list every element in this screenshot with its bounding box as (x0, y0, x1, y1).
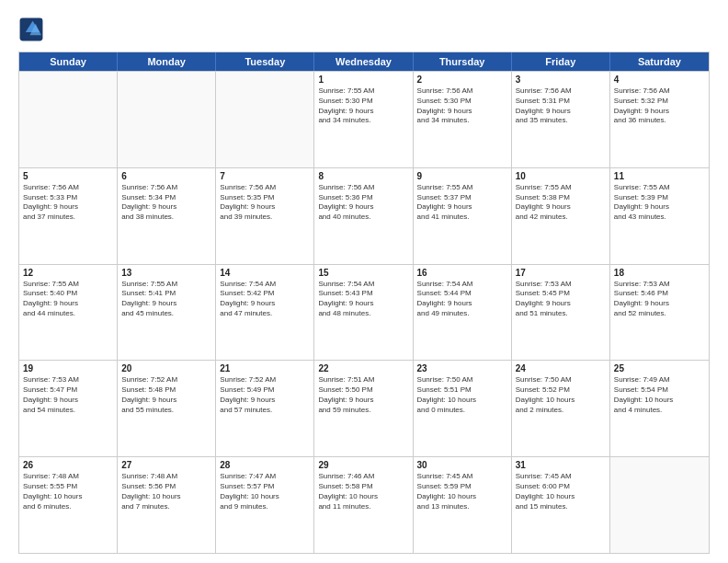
day-number: 1 (318, 75, 408, 85)
table-row: 30Sunrise: 7:45 AM Sunset: 5:59 PM Dayli… (414, 457, 512, 553)
day-number: 21 (220, 363, 310, 373)
day-info: Sunrise: 7:49 AM Sunset: 5:54 PM Dayligh… (614, 375, 705, 415)
day-info: Sunrise: 7:46 AM Sunset: 5:58 PM Dayligh… (318, 472, 408, 511)
day-info: Sunrise: 7:54 AM Sunset: 5:44 PM Dayligh… (417, 280, 507, 319)
day-number: 11 (614, 171, 705, 181)
table-row: 5Sunrise: 7:56 AM Sunset: 5:33 PM Daylig… (19, 168, 118, 264)
day-number: 10 (516, 171, 606, 181)
day-info: Sunrise: 7:48 AM Sunset: 5:56 PM Dayligh… (121, 472, 211, 511)
day-info: Sunrise: 7:51 AM Sunset: 5:50 PM Dayligh… (318, 375, 408, 415)
week-row-4: 19Sunrise: 7:53 AM Sunset: 5:47 PM Dayli… (19, 360, 709, 456)
day-number: 28 (220, 460, 310, 470)
day-info: Sunrise: 7:55 AM Sunset: 5:41 PM Dayligh… (121, 280, 211, 319)
header (18, 17, 710, 42)
table-row: 16Sunrise: 7:54 AM Sunset: 5:44 PM Dayli… (414, 265, 512, 361)
header-day-friday: Friday (512, 52, 610, 71)
table-row: 31Sunrise: 7:45 AM Sunset: 6:00 PM Dayli… (512, 457, 610, 553)
day-info: Sunrise: 7:50 AM Sunset: 5:52 PM Dayligh… (516, 375, 606, 415)
table-row: 9Sunrise: 7:55 AM Sunset: 5:37 PM Daylig… (414, 168, 512, 264)
day-number: 29 (318, 460, 408, 470)
day-number: 12 (23, 268, 113, 278)
day-info: Sunrise: 7:55 AM Sunset: 5:37 PM Dayligh… (417, 183, 507, 223)
day-info: Sunrise: 7:45 AM Sunset: 5:59 PM Dayligh… (417, 472, 507, 511)
table-row: 17Sunrise: 7:53 AM Sunset: 5:45 PM Dayli… (512, 265, 610, 361)
day-number: 20 (121, 363, 211, 373)
table-row: 29Sunrise: 7:46 AM Sunset: 5:58 PM Dayli… (314, 457, 413, 553)
day-number: 18 (614, 268, 705, 278)
day-number: 25 (614, 363, 705, 373)
table-row: 10Sunrise: 7:55 AM Sunset: 5:38 PM Dayli… (512, 168, 610, 264)
day-info: Sunrise: 7:56 AM Sunset: 5:32 PM Dayligh… (614, 86, 705, 126)
table-row: 11Sunrise: 7:55 AM Sunset: 5:39 PM Dayli… (610, 168, 709, 264)
header-day-thursday: Thursday (414, 52, 512, 71)
table-row: 24Sunrise: 7:50 AM Sunset: 5:52 PM Dayli… (512, 361, 610, 456)
table-row: 4Sunrise: 7:56 AM Sunset: 5:32 PM Daylig… (610, 72, 709, 167)
day-info: Sunrise: 7:56 AM Sunset: 5:33 PM Dayligh… (23, 183, 113, 223)
day-info: Sunrise: 7:52 AM Sunset: 5:49 PM Dayligh… (220, 375, 310, 415)
day-info: Sunrise: 7:53 AM Sunset: 5:47 PM Dayligh… (23, 375, 113, 415)
day-info: Sunrise: 7:56 AM Sunset: 5:30 PM Dayligh… (417, 86, 507, 126)
table-row: 1Sunrise: 7:55 AM Sunset: 5:30 PM Daylig… (314, 72, 413, 167)
table-row: 27Sunrise: 7:48 AM Sunset: 5:56 PM Dayli… (118, 457, 216, 553)
day-info: Sunrise: 7:52 AM Sunset: 5:48 PM Dayligh… (121, 375, 211, 415)
table-row (610, 457, 709, 553)
day-number: 22 (318, 363, 408, 373)
day-info: Sunrise: 7:53 AM Sunset: 5:45 PM Dayligh… (516, 280, 606, 319)
table-row: 18Sunrise: 7:53 AM Sunset: 5:46 PM Dayli… (610, 265, 709, 361)
day-number: 13 (121, 268, 211, 278)
table-row: 28Sunrise: 7:47 AM Sunset: 5:57 PM Dayli… (216, 457, 314, 553)
day-number: 30 (417, 460, 507, 470)
day-number: 24 (516, 363, 606, 373)
day-number: 9 (417, 171, 507, 181)
day-number: 31 (516, 460, 606, 470)
day-number: 14 (220, 268, 310, 278)
day-number: 16 (417, 268, 507, 278)
day-info: Sunrise: 7:56 AM Sunset: 5:35 PM Dayligh… (220, 183, 310, 223)
day-number: 3 (516, 75, 606, 85)
header-day-monday: Monday (118, 52, 216, 71)
calendar-header: SundayMondayTuesdayWednesdayThursdayFrid… (19, 52, 709, 71)
day-info: Sunrise: 7:56 AM Sunset: 5:31 PM Dayligh… (516, 86, 606, 126)
day-info: Sunrise: 7:53 AM Sunset: 5:46 PM Dayligh… (614, 280, 705, 319)
day-info: Sunrise: 7:54 AM Sunset: 5:43 PM Dayligh… (318, 280, 408, 319)
day-info: Sunrise: 7:47 AM Sunset: 5:57 PM Dayligh… (220, 472, 310, 511)
week-row-5: 26Sunrise: 7:48 AM Sunset: 5:55 PM Dayli… (19, 456, 709, 553)
day-info: Sunrise: 7:55 AM Sunset: 5:39 PM Dayligh… (614, 183, 705, 223)
table-row: 14Sunrise: 7:54 AM Sunset: 5:42 PM Dayli… (216, 265, 314, 361)
day-number: 8 (318, 171, 408, 181)
day-number: 5 (23, 171, 113, 181)
table-row: 19Sunrise: 7:53 AM Sunset: 5:47 PM Dayli… (19, 361, 118, 456)
header-day-wednesday: Wednesday (314, 52, 413, 71)
day-number: 2 (417, 75, 507, 85)
day-info: Sunrise: 7:55 AM Sunset: 5:40 PM Dayligh… (23, 280, 113, 319)
logo-icon (18, 17, 44, 42)
day-number: 7 (220, 171, 310, 181)
day-info: Sunrise: 7:54 AM Sunset: 5:42 PM Dayligh… (220, 280, 310, 319)
logo (18, 17, 48, 42)
table-row: 3Sunrise: 7:56 AM Sunset: 5:31 PM Daylig… (512, 72, 610, 167)
header-day-sunday: Sunday (19, 52, 118, 71)
table-row: 6Sunrise: 7:56 AM Sunset: 5:34 PM Daylig… (118, 168, 216, 264)
day-number: 15 (318, 268, 408, 278)
table-row: 22Sunrise: 7:51 AM Sunset: 5:50 PM Dayli… (314, 361, 413, 456)
day-number: 27 (121, 460, 211, 470)
header-day-saturday: Saturday (610, 52, 709, 71)
table-row: 12Sunrise: 7:55 AM Sunset: 5:40 PM Dayli… (19, 265, 118, 361)
table-row: 21Sunrise: 7:52 AM Sunset: 5:49 PM Dayli… (216, 361, 314, 456)
day-number: 17 (516, 268, 606, 278)
calendar: SundayMondayTuesdayWednesdayThursdayFrid… (18, 52, 710, 554)
day-number: 23 (417, 363, 507, 373)
table-row: 26Sunrise: 7:48 AM Sunset: 5:55 PM Dayli… (19, 457, 118, 553)
week-row-1: 1Sunrise: 7:55 AM Sunset: 5:30 PM Daylig… (19, 71, 709, 167)
day-info: Sunrise: 7:56 AM Sunset: 5:36 PM Dayligh… (318, 183, 408, 223)
table-row: 2Sunrise: 7:56 AM Sunset: 5:30 PM Daylig… (414, 72, 512, 167)
table-row: 13Sunrise: 7:55 AM Sunset: 5:41 PM Dayli… (118, 265, 216, 361)
day-info: Sunrise: 7:48 AM Sunset: 5:55 PM Dayligh… (23, 472, 113, 511)
table-row (216, 72, 314, 167)
day-info: Sunrise: 7:50 AM Sunset: 5:51 PM Dayligh… (417, 375, 507, 415)
table-row (118, 72, 216, 167)
calendar-body: 1Sunrise: 7:55 AM Sunset: 5:30 PM Daylig… (19, 71, 709, 553)
day-number: 26 (23, 460, 113, 470)
day-info: Sunrise: 7:55 AM Sunset: 5:38 PM Dayligh… (516, 183, 606, 223)
table-row: 25Sunrise: 7:49 AM Sunset: 5:54 PM Dayli… (610, 361, 709, 456)
